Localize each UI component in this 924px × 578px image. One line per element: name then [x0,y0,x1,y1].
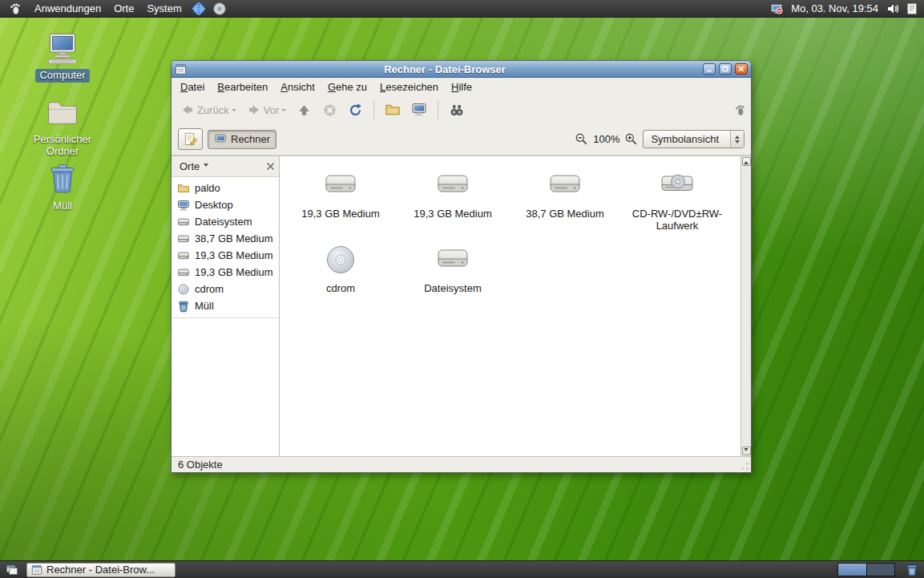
clock[interactable]: Mo, 03. Nov, 19:54 [787,2,882,14]
harddrive-icon [434,240,472,279]
back-history-chevron-icon[interactable] [232,109,236,114]
sidebar-item-dateisystem[interactable]: Dateisystem [171,213,279,230]
menu-lesezeichen[interactable]: Lesezeichen [374,79,444,95]
workspace-2[interactable] [866,564,894,576]
workspace-switcher [837,563,895,576]
minimize-icon [706,66,712,72]
sidebar-item-paldo[interactable]: paldo [171,180,279,196]
forward-button[interactable]: Vor [243,100,291,119]
close-button[interactable] [735,63,748,75]
show-desktop-button[interactable] [3,564,21,576]
place-button-rechner[interactable]: Rechner [208,130,276,149]
arrow-up-icon [744,159,748,164]
maximize-button[interactable] [719,63,732,75]
scroll-down-button[interactable] [742,447,751,455]
close-icon [266,162,275,171]
menu-orte[interactable]: Orte [108,1,139,16]
trash-icon [177,300,190,313]
file-item-medium-387[interactable]: 38,7 GB Medium [509,166,621,232]
file-item-dvd-drive[interactable]: CD-RW-/DVD±RW-Laufwerk [621,166,733,232]
reload-icon [348,103,363,118]
back-button[interactable]: Zurück [176,100,240,119]
statusbar: 6 Objekte [171,456,751,472]
zoom-out-button[interactable] [575,132,588,146]
bottom-panel: Rechner - Datei-Brow... [0,560,924,578]
harddrive-icon [434,166,472,204]
desktop-icon-label: Müll [49,200,76,213]
window-titlebar[interactable]: Rechner - Datei-Browser [171,61,751,78]
desktop-icon-home[interactable]: Persönlicher Ordner [26,95,99,159]
notes-icon [906,2,918,15]
home-folder-icon [45,95,80,131]
forward-history-chevron-icon[interactable] [281,109,286,114]
notes-tray[interactable] [903,2,921,15]
desktop-icon-trash[interactable]: Müll [26,162,99,213]
chevron-down-icon [204,164,208,169]
folder-icon [177,182,190,195]
menu-bearbeiten[interactable]: Bearbeiten [212,79,273,95]
sidebar-header: Orte [171,156,279,177]
drive-icon [177,216,190,228]
top-panel: Anwendungen Orte System Mo, 03. Nov, 19:… [0,0,924,18]
sidebar-item-desktop[interactable]: Desktop [171,196,279,213]
resize-grip[interactable] [740,461,749,471]
zoom-out-icon [575,132,588,146]
arrow-down-icon [744,448,748,454]
sidebar-item-muell[interactable]: Müll [171,297,279,314]
zoom-in-button[interactable] [624,132,638,146]
cd-icon [177,283,190,296]
package-manager-launcher[interactable] [210,2,229,16]
combo-arrows [730,131,744,148]
file-item-dateisystem[interactable]: Dateisystem [397,240,509,294]
menu-gehe-zu[interactable]: Gehe zu [322,79,373,95]
sidebar-item-medium-387[interactable]: 38,7 GB Medium [171,230,279,247]
cd-icon [321,240,360,279]
menubar: Datei Bearbeiten Ansicht Gehe zu Lesezei… [171,78,751,96]
home-button[interactable] [381,99,405,120]
up-button[interactable] [293,100,316,120]
view-mode-combo[interactable]: Symbolansicht [643,130,744,148]
file-item-medium-193b[interactable]: 19,3 GB Medium [397,166,509,232]
trash-icon [45,162,80,197]
menu-anwendungen[interactable]: Anwendungen [29,1,107,16]
menu-hilfe[interactable]: Hilfe [446,79,478,95]
search-button[interactable] [445,99,469,120]
main-menu-button[interactable] [3,1,27,17]
file-item-cdrom[interactable]: cdrom [284,240,397,294]
sidebar-item-cdrom[interactable]: cdrom [171,281,279,297]
menu-datei[interactable]: Datei [175,79,210,95]
computer-button[interactable] [407,99,431,120]
sidebar-view-selector[interactable]: Orte [176,159,212,174]
menu-ansicht[interactable]: Ansicht [275,79,321,95]
window-icon [175,63,187,75]
update-notifier[interactable] [768,2,785,15]
file-icon-view[interactable]: 19,3 GB Medium 19,3 GB Medium 38,7 GB Me… [280,156,740,456]
sidebar-item-medium-193b[interactable]: 19,3 GB Medium [171,264,279,281]
desktop[interactable]: Computer Persönlicher Ordner Müll Rechne… [0,18,924,560]
trash-applet[interactable] [903,564,921,576]
spin-up-icon [735,133,740,139]
stop-button[interactable] [318,100,341,120]
sidebar-close-button[interactable] [266,162,275,171]
vertical-scrollbar[interactable] [740,156,751,456]
drive-icon [177,232,190,245]
computer-icon [411,102,427,118]
workspace-1[interactable] [838,564,866,576]
menu-system[interactable]: System [141,1,187,16]
scroll-up-button[interactable] [742,157,751,166]
harddrive-icon [546,166,584,204]
zoom-level[interactable]: 100% [593,133,619,145]
web-browser-launcher[interactable] [189,2,208,16]
volume-applet[interactable] [884,2,902,15]
taskbar-item-rechner[interactable]: Rechner - Datei-Brow... [26,563,176,577]
file-item-medium-193a[interactable]: 19,3 GB Medium [284,166,397,232]
toggle-location-entry-button[interactable] [178,128,203,150]
sidebar-item-medium-193a[interactable]: 19,3 GB Medium [171,247,279,264]
home-folder-icon [385,102,401,118]
computer-icon [45,31,80,67]
file-browser-window: Rechner - Datei-Browser Datei Bearbeiten… [171,60,752,473]
reload-button[interactable] [344,100,367,120]
gnome-foot-icon [9,2,22,15]
desktop-icon-computer[interactable]: Computer [26,31,99,83]
minimize-button[interactable] [703,63,716,75]
